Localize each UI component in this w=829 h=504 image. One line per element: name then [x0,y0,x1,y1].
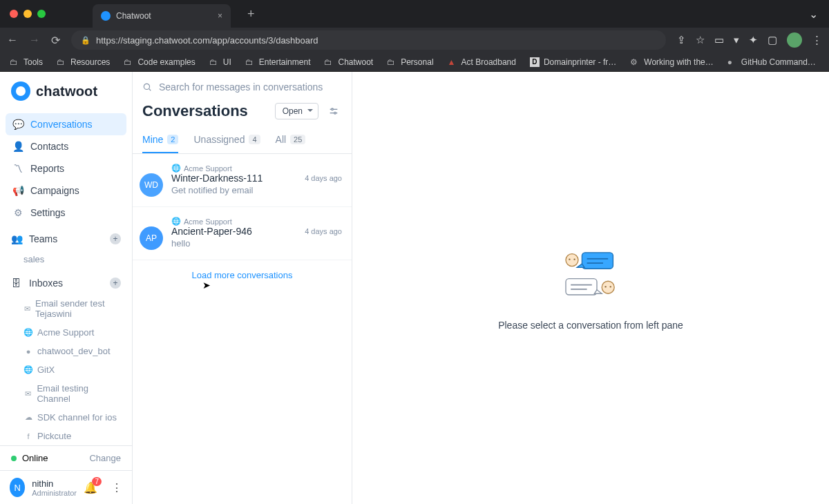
sidebar: chatwoot 💬 Conversations 👤 Contacts 〽 Re… [0,72,133,504]
inbox-label: Pickcute [37,431,71,441]
svg-point-7 [569,259,570,260]
search-icon [142,82,152,92]
team-item-sales[interactable]: sales [0,250,132,269]
bookmark-chatwoot[interactable]: 🗀Chatwoot [324,57,373,67]
user-name: nithin [32,478,77,489]
inbox-label: SDK channel for ios [37,412,117,423]
panel-icon[interactable]: ▢ [768,34,777,46]
tab-mine[interactable]: Mine 2 [142,127,178,153]
tab-label: Mine [142,134,163,145]
close-window[interactable] [10,10,18,18]
bookmark-act[interactable]: ▲Act Broadband [448,57,516,67]
nav-campaigns[interactable]: 📢 Campaigns [6,180,126,202]
teams-icon: 👥 [11,233,22,244]
tab-label: All [276,134,287,145]
ext-icon-2[interactable]: ▾ [734,34,739,46]
inbox-type-icon: ✉ [23,389,32,398]
conversation-detail-empty: Please select a conversation from left p… [352,72,829,504]
bookmark-github[interactable]: ●GitHub Command… [727,57,816,67]
url-text: https://staging.chatwoot.com/app/account… [96,35,318,46]
bookmark-domain[interactable]: DDomainprinter - fr… [530,57,616,67]
share-icon[interactable]: ⇪ [677,34,686,46]
user-role: Administrator [32,489,77,497]
search-row[interactable]: Search for messages in conversations [133,72,352,99]
inbox-list: ✉Email sender test Tejaswini🌐Acme Suppor… [0,294,132,445]
heading-row: Conversations Open [133,99,352,127]
inbox-item[interactable]: 🌐GitX [0,360,132,379]
inbox-item[interactable]: 🌐Acme Support [0,323,132,342]
profile-avatar[interactable] [787,32,802,48]
conversation-time: 4 days ago [305,227,342,235]
maximize-window[interactable] [37,10,46,18]
bookmarks-bar: 🗀Tools 🗀Resources 🗀Code examples 🗀UI 🗀En… [0,52,829,72]
minimize-window[interactable] [23,10,32,18]
ext-icon-1[interactable]: ▭ [714,34,724,46]
current-user-row: N nithin Administrator 🔔 7 ⋮ [0,470,132,504]
svg-point-17 [602,281,614,293]
nav-label: Campaigns [30,185,79,196]
contact-avatar: AP [140,226,163,250]
tab-all[interactable]: All 25 [276,127,306,153]
nav-label: Contacts [30,141,68,152]
bookmark-star-icon[interactable]: ☆ [696,34,705,46]
svg-point-5 [334,112,336,114]
teams-header[interactable]: 👥 Teams + [0,228,132,250]
tabs-dropdown-icon[interactable]: ⌄ [809,8,818,21]
nav-reports[interactable]: 〽 Reports [6,157,126,180]
nav-settings[interactable]: ⚙ Settings [6,202,126,224]
nav-conversations[interactable]: 💬 Conversations [6,113,126,135]
filter-settings-icon[interactable] [325,103,342,119]
bookmark-ent[interactable]: 🗀Entertainment [245,57,311,67]
window-controls [10,10,46,18]
nav-contacts[interactable]: 👤 Contacts [6,135,126,157]
conversation-panel: Search for messages in conversations Con… [133,72,352,504]
nav-back-icon[interactable]: ← [7,34,18,46]
add-inbox-button[interactable]: + [110,278,121,289]
svg-point-6 [566,254,578,266]
conversation-time: 4 days ago [305,174,342,182]
mouse-cursor-icon: ➤ [202,280,211,291]
user-avatar[interactable]: N [10,478,25,497]
inbox-item[interactable]: ✉Email sender test Tejaswini [0,294,132,323]
notifications-button[interactable]: 🔔 7 [84,481,97,494]
new-tab-button[interactable]: + [247,7,255,21]
change-status-button[interactable]: Change [89,453,121,463]
browser-menu-icon[interactable]: ⋮ [812,34,822,46]
inbox-label: Email sender test Tejaswini [35,298,121,319]
bookmark-tools[interactable]: 🗀Tools [10,57,43,67]
bookmark-resources[interactable]: 🗀Resources [57,57,110,67]
page-title: Conversations [142,102,268,120]
close-tab-icon[interactable]: × [218,11,222,21]
inbox-type-icon: ✉ [23,304,31,313]
nav-label: Conversations [30,119,93,130]
inbox-item[interactable]: ☁SDK channel for ios [0,408,132,427]
lock-icon: 🔒 [81,36,90,45]
nav-reload-icon[interactable]: ⟳ [51,34,60,47]
inbox-item[interactable]: fPickcute [0,427,132,445]
browser-tab-strip: Chatwoot × + ⌄ [0,0,829,28]
load-more-button[interactable]: Load more conversations [133,260,352,290]
inbox-label: chatwoot_dev_bot [37,346,111,356]
browser-toolbar: ← → ⟳ 🔒 https://staging.chatwoot.com/app… [0,28,829,52]
inbox-item[interactable]: ✉Email testing Channel [0,379,132,408]
section-label: Teams [29,233,57,244]
inboxes-header[interactable]: 🗄 Inboxes + [0,272,132,294]
app-logo[interactable]: chatwoot [0,81,132,113]
bookmark-code[interactable]: 🗀Code examples [124,57,195,67]
add-team-button[interactable]: + [110,233,121,244]
inbox-type-icon: ☁ [23,413,33,422]
conversation-item[interactable]: AP🌐Acme SupportAncient-Paper-9464 days a… [133,207,352,260]
user-menu-icon[interactable]: ⋮ [111,481,122,494]
bookmark-working[interactable]: ⚙Working with the… [630,57,713,67]
inbox-item[interactable]: ●chatwoot_dev_bot [0,342,132,360]
extensions-icon[interactable]: ✦ [749,34,758,46]
tab-unassigned[interactable]: Unassigned 4 [193,127,260,153]
status-filter-dropdown[interactable]: Open [275,103,318,119]
availability-row: Online Change [0,445,132,470]
url-bar[interactable]: 🔒 https://staging.chatwoot.com/app/accou… [71,30,666,50]
nav-forward-icon[interactable]: → [29,34,40,46]
bookmark-personal[interactable]: 🗀Personal [387,57,433,67]
bookmark-ui[interactable]: 🗀UI [209,57,231,67]
conversation-item[interactable]: WD🌐Acme SupportWinter-Darkness-1114 days… [133,154,352,207]
browser-tab[interactable]: Chatwoot × [93,4,231,28]
